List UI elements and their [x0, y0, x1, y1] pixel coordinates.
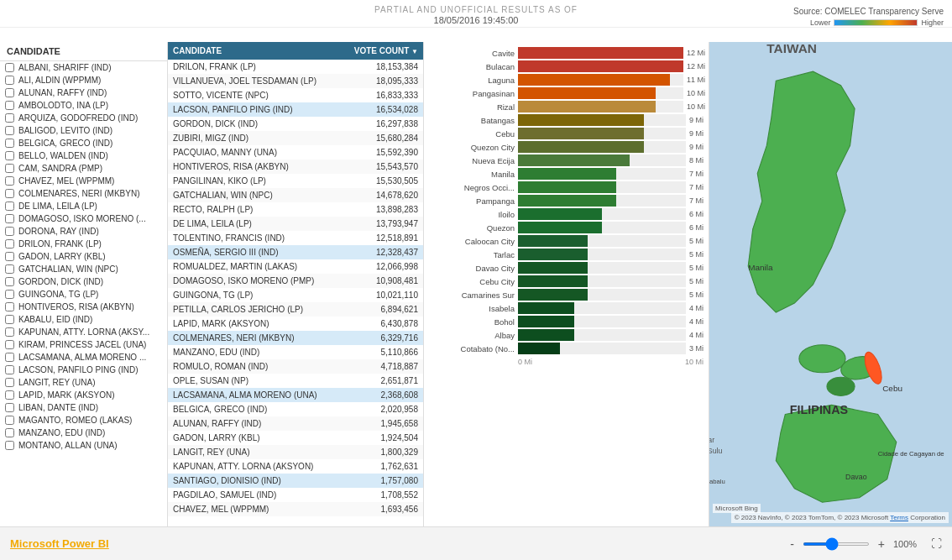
candidate-checkbox[interactable] [5, 126, 14, 135]
votes-cell: 1,757,080 [340, 474, 423, 488]
candidate-checkbox[interactable] [5, 302, 14, 311]
candidate-cell: ROMULO, ROMAN (IND) [168, 359, 340, 374]
candidate-checkbox[interactable] [5, 239, 14, 249]
middle-table-panel[interactable]: CANDIDATE VOTE COUNT ▼ DRILON, FRANK (LP… [168, 42, 424, 526]
table-row[interactable]: GORDON, DICK (IND)16,297,838 [168, 117, 423, 131]
chart-bar [518, 74, 670, 86]
table-row[interactable]: CHAVEZ, MEL (WPPMM)1,693,456 [168, 502, 423, 516]
candidate-checkbox[interactable] [5, 214, 14, 223]
candidate-checkbox[interactable] [5, 227, 14, 236]
table-row[interactable]: PANGILINAN, KIKO (LP)15,530,505 [168, 174, 423, 188]
candidate-checkbox[interactable] [5, 403, 14, 412]
candidate-cell: RECTO, RALPH (LP) [168, 202, 340, 217]
table-row[interactable]: GUINGONA, TG (LP)10,021,110 [168, 288, 423, 302]
fit-to-screen-icon[interactable]: ⛶ [931, 537, 942, 550]
chart-bar-container [518, 47, 683, 59]
candidate-checkbox[interactable] [5, 201, 14, 211]
table-row[interactable]: ALUNAN, RAFFY (IND)1,945,658 [168, 416, 423, 431]
powerbi-logo-link[interactable]: Microsoft Power BI [10, 537, 109, 550]
table-row[interactable]: LANGIT, REY (UNA)1,800,329 [168, 445, 423, 459]
candidate-checkbox[interactable] [5, 365, 14, 374]
table-row[interactable]: ROMUALDEZ, MARTIN (LAKAS)12,066,998 [168, 259, 423, 274]
left-candidate-item: KIRAM, PRINCESS JACEL (UNA) [0, 338, 167, 351]
chart-bar-value: 4 Mi [689, 304, 704, 312]
source-text: Source: COMELEC Transparency Serve [793, 7, 944, 16]
table-row[interactable]: VILLANUEVA, JOEL TESDAMAN (LP)18,095,333 [168, 74, 423, 88]
candidate-checkbox[interactable] [5, 277, 14, 286]
candidate-checkbox[interactable] [5, 63, 14, 72]
table-row[interactable]: RECTO, RALPH (LP)13,898,283 [168, 202, 423, 217]
table-row[interactable]: MANZANO, EDU (IND)5,110,866 [168, 345, 423, 359]
candidate-checkbox[interactable] [5, 101, 14, 110]
votes-cell: 6,430,878 [340, 317, 423, 331]
table-row[interactable]: OPLE, SUSAN (NP)2,651,871 [168, 374, 423, 388]
table-row[interactable]: LACSAMANA, ALMA MORENO (UNA)2,368,608 [168, 388, 423, 402]
votes-cell: 12,328,437 [340, 245, 423, 259]
left-candidate-item: DORONA, RAY (IND) [0, 225, 167, 238]
table-row[interactable]: PAGDILAO, SAMUEL (IND)1,708,552 [168, 488, 423, 502]
candidate-checkbox[interactable] [5, 76, 14, 85]
candidate-cell: ALUNAN, RAFFY (IND) [168, 416, 340, 431]
candidate-checkbox[interactable] [5, 151, 14, 160]
table-row[interactable]: OSMEÑA, SERGIO III (IND)12,328,437 [168, 245, 423, 259]
candidate-name: DRILON, FRANK (LP) [18, 239, 102, 249]
bottom-bar: Microsoft Power BI - + 100% ⛶ [0, 526, 952, 560]
table-row[interactable]: PETILLA, CARLOS JERICHO (LP)6,894,621 [168, 302, 423, 317]
table-row[interactable]: SOTTO, VICENTE (NPC)16,833,333 [168, 88, 423, 102]
table-row[interactable]: DOMAGOSO, ISKO MORENO (PMP)10,908,481 [168, 274, 423, 288]
candidate-cell: MANZANO, EDU (IND) [168, 345, 340, 359]
candidate-checkbox[interactable] [5, 176, 14, 186]
chart-row: Rizal10 Mi [427, 101, 705, 113]
table-row[interactable]: LACSON, PANFILO PING (IND)16,534,028 [168, 102, 423, 117]
candidate-checkbox[interactable] [5, 416, 14, 425]
candidate-checkbox[interactable] [5, 88, 14, 97]
candidate-checkbox[interactable] [5, 327, 14, 337]
table-row[interactable]: DRILON, FRANK (LP)18,153,384 [168, 60, 423, 74]
candidate-checkbox[interactable] [5, 139, 14, 148]
svg-text:FILIPINAS: FILIPINAS [790, 403, 848, 416]
table-row[interactable]: BELGICA, GRECO (IND)2,020,958 [168, 402, 423, 416]
table-row[interactable]: GADON, LARRY (KBL)1,924,504 [168, 431, 423, 445]
table-row[interactable]: ZUBIRI, MIGZ (IND)15,680,284 [168, 131, 423, 145]
candidate-checkbox[interactable] [5, 164, 14, 173]
table-row[interactable]: COLMENARES, NERI (MKBYN)6,329,716 [168, 331, 423, 345]
chart-row: Nueva Ecija8 Mi [427, 154, 705, 166]
lower-label: Lower [810, 18, 831, 27]
chart-bar-label: Pampanga [427, 196, 518, 206]
left-panel-header: CANDIDATE [0, 42, 167, 61]
candidate-checkbox[interactable] [5, 378, 14, 387]
table-row[interactable]: GATCHALIAN, WIN (NPC)14,678,620 [168, 188, 423, 202]
table-row[interactable]: ROMULO, ROMAN (IND)4,718,887 [168, 359, 423, 374]
left-candidate-item: GORDON, DICK (IND) [0, 275, 167, 288]
candidate-checkbox[interactable] [5, 428, 14, 437]
candidate-checkbox[interactable] [5, 252, 14, 261]
candidate-checkbox[interactable] [5, 315, 14, 324]
candidate-name: LACSAMANA, ALMA MORENO ... [18, 353, 146, 362]
candidate-checkbox[interactable] [5, 189, 14, 198]
votes-cell: 10,908,481 [340, 274, 423, 288]
table-row[interactable]: PACQUIAO, MANNY (UNA)15,592,390 [168, 145, 423, 160]
table-row[interactable]: KAPUNAN, ATTY. LORNA (AKSYON)1,762,631 [168, 459, 423, 474]
candidate-checkbox[interactable] [5, 340, 14, 349]
candidate-checkbox[interactable] [5, 441, 14, 450]
votes-cell: 13,793,947 [340, 217, 423, 231]
table-row[interactable]: DE LIMA, LEILA (LP)13,793,947 [168, 217, 423, 231]
map-attribution: © 2023 NavInfo, © 2023 TomTom, © 2023 Mi… [731, 512, 949, 523]
chart-bar-container [518, 249, 686, 260]
table-row[interactable]: TOLENTINO, FRANCIS (IND)12,518,891 [168, 231, 423, 245]
table-row[interactable]: LAPID, MARK (AKSYON)6,430,878 [168, 317, 423, 331]
zoom-plus-icon[interactable]: + [875, 537, 888, 551]
left-candidate-item: MONTANO, ALLAN (UNA) [0, 439, 167, 452]
table-row[interactable]: SANTIAGO, DIONISIO (IND)1,757,080 [168, 474, 423, 488]
zoom-minus-icon[interactable]: - [787, 537, 798, 551]
candidate-checkbox[interactable] [5, 113, 14, 123]
candidate-checkbox[interactable] [5, 353, 14, 362]
chart-bar [518, 208, 602, 220]
candidate-checkbox[interactable] [5, 390, 14, 400]
zoom-slider[interactable] [803, 542, 870, 546]
candidate-checkbox[interactable] [5, 264, 14, 274]
chart-row: Caloocan City5 Mi [427, 235, 705, 247]
candidate-checkbox[interactable] [5, 290, 14, 299]
chart-row: Camarines Sur5 Mi [427, 289, 705, 301]
table-row[interactable]: HONTIVEROS, RISA (AKBYN)15,543,570 [168, 160, 423, 174]
